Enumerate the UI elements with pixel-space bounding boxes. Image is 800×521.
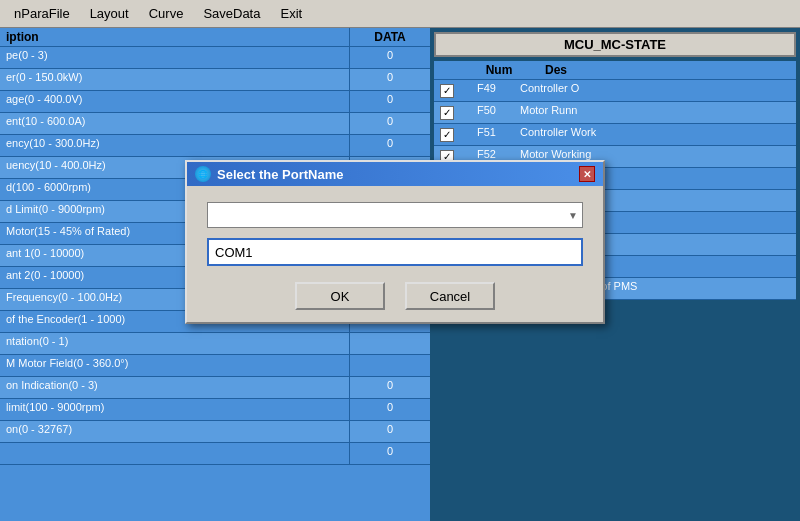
dialog-icon: 🌐 (195, 166, 211, 182)
input-value-display: COM1 (215, 245, 253, 260)
portname-dropdown[interactable]: ▼ (207, 202, 583, 228)
dialog-close-button[interactable]: ✕ (579, 166, 595, 182)
dialog-title-left: 🌐 Select the PortName (195, 166, 343, 182)
dialog-titlebar: 🌐 Select the PortName ✕ (187, 162, 603, 186)
dialog-buttons: OK Cancel (207, 282, 583, 310)
cancel-button[interactable]: Cancel (405, 282, 495, 310)
select-portname-dialog: 🌐 Select the PortName ✕ ▼ COM1 OK Cancel (185, 160, 605, 324)
dialog-overlay: 🌐 Select the PortName ✕ ▼ COM1 OK Cancel (0, 0, 800, 521)
chevron-down-icon: ▼ (568, 210, 578, 221)
dialog-title-text: Select the PortName (217, 167, 343, 182)
dialog-body: ▼ COM1 OK Cancel (187, 186, 603, 322)
portname-input[interactable]: COM1 (207, 238, 583, 266)
ok-button[interactable]: OK (295, 282, 385, 310)
